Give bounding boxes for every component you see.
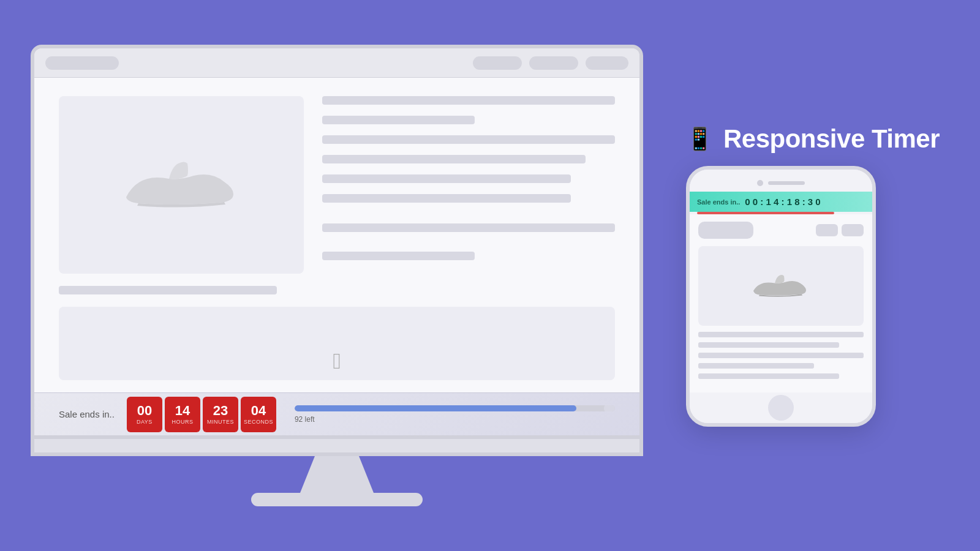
iphone-line-5 (698, 373, 839, 379)
iphone-top-bar (690, 170, 872, 192)
iphone-sale-label: Sale ends in.. (697, 198, 740, 206)
phone-icon: 📱 (686, 126, 714, 152)
iphone-speaker (768, 181, 805, 185)
imac-base (251, 493, 423, 506)
timer-minutes-label: Minutes (207, 419, 234, 425)
iphone-bottom (690, 392, 872, 423)
lower-section (34, 294, 639, 392)
iphone-line-1 (698, 332, 864, 337)
browser-pill-3 (586, 56, 628, 70)
iphone-line-4 (698, 363, 814, 369)
timer-hours-num: 14 (175, 403, 190, 418)
timer-minutes-num: 23 (213, 403, 228, 418)
bottom-skeleton-line (59, 286, 277, 294)
imac-neck (300, 456, 374, 493)
imac-stand (251, 456, 423, 506)
product-image (59, 96, 304, 274)
detail-line-2 (322, 116, 475, 124)
detail-line-3 (322, 135, 615, 144)
timer-hours-label: Hours (172, 419, 193, 425)
detail-line-1 (322, 96, 615, 105)
iphone-sm-btn-1 (816, 224, 838, 236)
iphone-mockup: Sale ends in.. 0 0 : 1 4 : 1 8 : 3 0 (686, 166, 876, 427)
sneaker-silhouette (120, 148, 243, 222)
iphone-sm-btn-group (816, 224, 864, 236)
apple-logo:  (333, 348, 341, 374)
iphone-main-btn (698, 222, 753, 239)
detail-line-8 (322, 252, 475, 260)
right-section: 📱 Responsive Timer Sale ends in.. 0 0 : … (649, 124, 956, 427)
iphone-sneaker-silhouette (750, 269, 812, 303)
progress-fill (295, 405, 576, 411)
timer-progress-section: 92 left (288, 405, 615, 424)
browser-pill-2 (529, 56, 578, 70)
timer-unit-seconds: 04 Seconds (241, 397, 276, 432)
timer-bar: Sale ends in.. 00 Days 14 Hours 23 Minut… (34, 392, 639, 435)
detail-lines-group (322, 223, 615, 271)
iphone-line-3 (698, 353, 864, 358)
timer-unit-minutes: 23 Minutes (203, 397, 238, 432)
timer-days-num: 00 (137, 403, 152, 418)
timer-unit-days: 00 Days (127, 397, 162, 432)
browser-bar (34, 48, 639, 78)
iphone-product-image (698, 246, 864, 326)
imac-chin (31, 439, 643, 456)
iphone-home-button[interactable] (768, 395, 794, 421)
left-count: 92 left (295, 415, 615, 424)
iphone-btn-row (698, 222, 864, 239)
iphone-camera (757, 180, 763, 186)
timer-unit-hours: 14 Hours (165, 397, 200, 432)
detail-line-4 (322, 155, 586, 163)
detail-line-7 (322, 223, 615, 232)
page-title: Responsive Timer (723, 124, 940, 154)
iphone-timer-digits: 0 0 : 1 4 : 1 8 : 3 0 (745, 197, 820, 207)
product-area (34, 78, 639, 286)
progress-dot (604, 405, 615, 411)
header: 📱 Responsive Timer (686, 124, 940, 154)
timer-days-label: Days (137, 419, 153, 425)
imac-section:  Sale ends in.. 00 Days 14 Hours 23 Min… (24, 45, 649, 506)
timer-seconds-label: Seconds (244, 419, 273, 425)
browser-pill-1 (473, 56, 522, 70)
iphone-skeleton-lines (698, 332, 864, 379)
iphone-line-2 (698, 342, 839, 348)
iphone-sm-btn-2 (842, 224, 864, 236)
iphone-timer-bar: Sale ends in.. 0 0 : 1 4 : 1 8 : 3 0 (690, 192, 872, 212)
timer-units: 00 Days 14 Hours 23 Minutes 04 Seconds (127, 397, 276, 432)
browser-content:  (34, 78, 639, 392)
imac-screen:  Sale ends in.. 00 Days 14 Hours 23 Min… (31, 45, 643, 439)
progress-track (295, 405, 615, 411)
sale-label: Sale ends in.. (59, 409, 115, 419)
iphone-content (690, 214, 872, 392)
browser-address-pill (45, 56, 119, 70)
detail-line-6 (322, 194, 571, 203)
product-details (304, 96, 615, 274)
timer-seconds-num: 04 (251, 403, 266, 418)
detail-line-5 (322, 174, 571, 183)
